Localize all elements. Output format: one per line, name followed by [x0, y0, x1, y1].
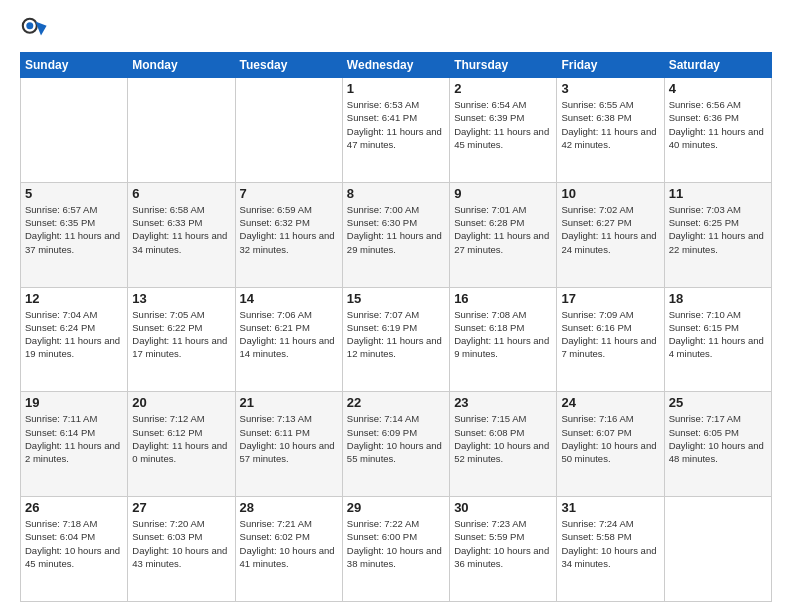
- day-number: 31: [561, 500, 659, 515]
- day-number: 1: [347, 81, 445, 96]
- day-info: Sunrise: 7:14 AMSunset: 6:09 PMDaylight:…: [347, 412, 445, 465]
- calendar-cell: 16 Sunrise: 7:08 AMSunset: 6:18 PMDaylig…: [450, 287, 557, 392]
- day-number: 14: [240, 291, 338, 306]
- weekday-header-sunday: Sunday: [21, 53, 128, 78]
- day-info: Sunrise: 7:03 AMSunset: 6:25 PMDaylight:…: [669, 203, 767, 256]
- day-info: Sunrise: 6:55 AMSunset: 6:38 PMDaylight:…: [561, 98, 659, 151]
- day-info: Sunrise: 7:15 AMSunset: 6:08 PMDaylight:…: [454, 412, 552, 465]
- day-number: 3: [561, 81, 659, 96]
- weekday-header-saturday: Saturday: [664, 53, 771, 78]
- calendar-body: 1 Sunrise: 6:53 AMSunset: 6:41 PMDayligh…: [21, 78, 772, 602]
- calendar-cell: 15 Sunrise: 7:07 AMSunset: 6:19 PMDaylig…: [342, 287, 449, 392]
- day-info: Sunrise: 7:24 AMSunset: 5:58 PMDaylight:…: [561, 517, 659, 570]
- day-info: Sunrise: 6:53 AMSunset: 6:41 PMDaylight:…: [347, 98, 445, 151]
- calendar-cell: [128, 78, 235, 183]
- day-info: Sunrise: 6:58 AMSunset: 6:33 PMDaylight:…: [132, 203, 230, 256]
- calendar-cell: 24 Sunrise: 7:16 AMSunset: 6:07 PMDaylig…: [557, 392, 664, 497]
- calendar-cell: 21 Sunrise: 7:13 AMSunset: 6:11 PMDaylig…: [235, 392, 342, 497]
- day-info: Sunrise: 7:07 AMSunset: 6:19 PMDaylight:…: [347, 308, 445, 361]
- calendar-cell: 3 Sunrise: 6:55 AMSunset: 6:38 PMDayligh…: [557, 78, 664, 183]
- weekday-header-friday: Friday: [557, 53, 664, 78]
- day-number: 4: [669, 81, 767, 96]
- weekday-header-thursday: Thursday: [450, 53, 557, 78]
- calendar-cell: 20 Sunrise: 7:12 AMSunset: 6:12 PMDaylig…: [128, 392, 235, 497]
- logo: [20, 16, 52, 44]
- day-number: 10: [561, 186, 659, 201]
- calendar-week-2: 5 Sunrise: 6:57 AMSunset: 6:35 PMDayligh…: [21, 182, 772, 287]
- calendar-week-4: 19 Sunrise: 7:11 AMSunset: 6:14 PMDaylig…: [21, 392, 772, 497]
- calendar-cell: 9 Sunrise: 7:01 AMSunset: 6:28 PMDayligh…: [450, 182, 557, 287]
- calendar-cell: [235, 78, 342, 183]
- day-info: Sunrise: 7:09 AMSunset: 6:16 PMDaylight:…: [561, 308, 659, 361]
- day-info: Sunrise: 7:11 AMSunset: 6:14 PMDaylight:…: [25, 412, 123, 465]
- day-number: 25: [669, 395, 767, 410]
- calendar-cell: 18 Sunrise: 7:10 AMSunset: 6:15 PMDaylig…: [664, 287, 771, 392]
- day-info: Sunrise: 7:21 AMSunset: 6:02 PMDaylight:…: [240, 517, 338, 570]
- day-number: 29: [347, 500, 445, 515]
- day-info: Sunrise: 7:04 AMSunset: 6:24 PMDaylight:…: [25, 308, 123, 361]
- day-number: 9: [454, 186, 552, 201]
- day-number: 26: [25, 500, 123, 515]
- day-number: 20: [132, 395, 230, 410]
- day-number: 13: [132, 291, 230, 306]
- day-info: Sunrise: 7:12 AMSunset: 6:12 PMDaylight:…: [132, 412, 230, 465]
- day-number: 22: [347, 395, 445, 410]
- day-number: 5: [25, 186, 123, 201]
- day-info: Sunrise: 7:06 AMSunset: 6:21 PMDaylight:…: [240, 308, 338, 361]
- svg-point-1: [26, 22, 33, 29]
- calendar-cell: 4 Sunrise: 6:56 AMSunset: 6:36 PMDayligh…: [664, 78, 771, 183]
- calendar-cell: [21, 78, 128, 183]
- calendar-cell: 25 Sunrise: 7:17 AMSunset: 6:05 PMDaylig…: [664, 392, 771, 497]
- calendar-cell: 10 Sunrise: 7:02 AMSunset: 6:27 PMDaylig…: [557, 182, 664, 287]
- weekday-header-tuesday: Tuesday: [235, 53, 342, 78]
- weekday-header-wednesday: Wednesday: [342, 53, 449, 78]
- day-number: 15: [347, 291, 445, 306]
- day-info: Sunrise: 7:05 AMSunset: 6:22 PMDaylight:…: [132, 308, 230, 361]
- calendar-cell: 22 Sunrise: 7:14 AMSunset: 6:09 PMDaylig…: [342, 392, 449, 497]
- calendar-cell: 23 Sunrise: 7:15 AMSunset: 6:08 PMDaylig…: [450, 392, 557, 497]
- calendar-cell: 31 Sunrise: 7:24 AMSunset: 5:58 PMDaylig…: [557, 497, 664, 602]
- day-info: Sunrise: 7:13 AMSunset: 6:11 PMDaylight:…: [240, 412, 338, 465]
- day-info: Sunrise: 7:17 AMSunset: 6:05 PMDaylight:…: [669, 412, 767, 465]
- calendar-cell: 19 Sunrise: 7:11 AMSunset: 6:14 PMDaylig…: [21, 392, 128, 497]
- day-number: 16: [454, 291, 552, 306]
- day-number: 6: [132, 186, 230, 201]
- day-info: Sunrise: 7:00 AMSunset: 6:30 PMDaylight:…: [347, 203, 445, 256]
- calendar-cell: 13 Sunrise: 7:05 AMSunset: 6:22 PMDaylig…: [128, 287, 235, 392]
- calendar-header: SundayMondayTuesdayWednesdayThursdayFrid…: [21, 53, 772, 78]
- header: [20, 16, 772, 44]
- calendar-cell: 7 Sunrise: 6:59 AMSunset: 6:32 PMDayligh…: [235, 182, 342, 287]
- day-number: 21: [240, 395, 338, 410]
- day-info: Sunrise: 7:01 AMSunset: 6:28 PMDaylight:…: [454, 203, 552, 256]
- calendar-week-5: 26 Sunrise: 7:18 AMSunset: 6:04 PMDaylig…: [21, 497, 772, 602]
- calendar-table: SundayMondayTuesdayWednesdayThursdayFrid…: [20, 52, 772, 602]
- day-info: Sunrise: 7:10 AMSunset: 6:15 PMDaylight:…: [669, 308, 767, 361]
- day-info: Sunrise: 7:02 AMSunset: 6:27 PMDaylight:…: [561, 203, 659, 256]
- day-number: 23: [454, 395, 552, 410]
- day-number: 11: [669, 186, 767, 201]
- calendar-cell: 30 Sunrise: 7:23 AMSunset: 5:59 PMDaylig…: [450, 497, 557, 602]
- calendar-cell: 28 Sunrise: 7:21 AMSunset: 6:02 PMDaylig…: [235, 497, 342, 602]
- calendar-cell: 8 Sunrise: 7:00 AMSunset: 6:30 PMDayligh…: [342, 182, 449, 287]
- day-info: Sunrise: 6:56 AMSunset: 6:36 PMDaylight:…: [669, 98, 767, 151]
- day-info: Sunrise: 7:18 AMSunset: 6:04 PMDaylight:…: [25, 517, 123, 570]
- calendar-cell: 5 Sunrise: 6:57 AMSunset: 6:35 PMDayligh…: [21, 182, 128, 287]
- logo-icon: [20, 16, 48, 44]
- day-number: 27: [132, 500, 230, 515]
- calendar-cell: 1 Sunrise: 6:53 AMSunset: 6:41 PMDayligh…: [342, 78, 449, 183]
- day-number: 19: [25, 395, 123, 410]
- day-info: Sunrise: 7:20 AMSunset: 6:03 PMDaylight:…: [132, 517, 230, 570]
- day-info: Sunrise: 6:59 AMSunset: 6:32 PMDaylight:…: [240, 203, 338, 256]
- calendar-cell: 29 Sunrise: 7:22 AMSunset: 6:00 PMDaylig…: [342, 497, 449, 602]
- page: SundayMondayTuesdayWednesdayThursdayFrid…: [0, 0, 792, 612]
- calendar-week-3: 12 Sunrise: 7:04 AMSunset: 6:24 PMDaylig…: [21, 287, 772, 392]
- calendar-cell: 17 Sunrise: 7:09 AMSunset: 6:16 PMDaylig…: [557, 287, 664, 392]
- day-info: Sunrise: 7:22 AMSunset: 6:00 PMDaylight:…: [347, 517, 445, 570]
- day-number: 2: [454, 81, 552, 96]
- day-info: Sunrise: 7:08 AMSunset: 6:18 PMDaylight:…: [454, 308, 552, 361]
- day-number: 30: [454, 500, 552, 515]
- day-number: 17: [561, 291, 659, 306]
- calendar-cell: 12 Sunrise: 7:04 AMSunset: 6:24 PMDaylig…: [21, 287, 128, 392]
- day-info: Sunrise: 7:16 AMSunset: 6:07 PMDaylight:…: [561, 412, 659, 465]
- day-info: Sunrise: 6:57 AMSunset: 6:35 PMDaylight:…: [25, 203, 123, 256]
